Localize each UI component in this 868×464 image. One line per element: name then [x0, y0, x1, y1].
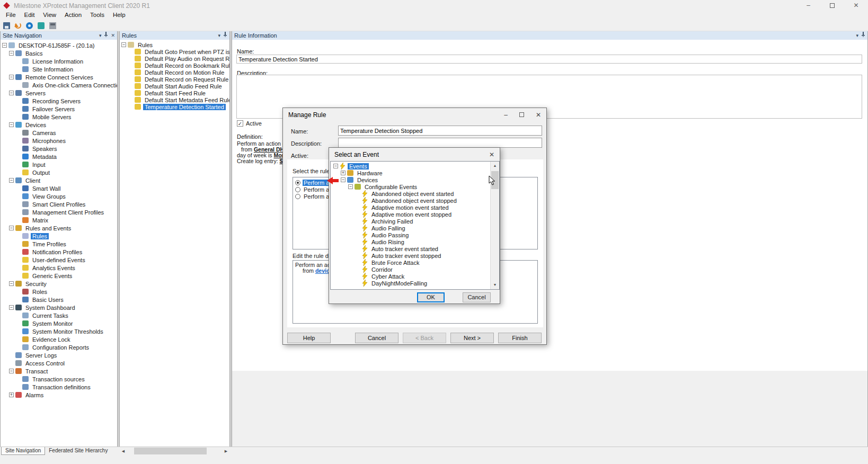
- finish-button[interactable]: Finish: [498, 333, 542, 343]
- tree-item-transaction-definitions[interactable]: Transaction definitions: [1, 383, 117, 391]
- tree-item-corridor[interactable]: Corridor: [331, 266, 490, 273]
- collapse-icon[interactable]: −: [333, 164, 338, 168]
- menu-view[interactable]: View: [39, 11, 60, 20]
- rule-name-input[interactable]: [236, 55, 862, 64]
- collapse-icon[interactable]: −: [2, 43, 7, 48]
- tree-item-default-start-audio-feed-rule[interactable]: Default Start Audio Feed Rule: [120, 83, 229, 90]
- tree-item-cyber-attack[interactable]: Cyber Attack: [331, 273, 490, 280]
- tree-item-remote-connect-services[interactable]: −Remote Connect Services: [1, 73, 117, 81]
- pin-icon[interactable]: [861, 31, 865, 40]
- tree-item-rules[interactable]: Rules: [1, 232, 117, 240]
- tree-item-rules-and-events[interactable]: −Rules and Events: [1, 224, 117, 232]
- tree-item-microphones[interactable]: Microphones: [1, 137, 117, 145]
- tree-item-desktop-61j585f-20-1a[interactable]: −DESKTOP-61J585F - (20.1a): [1, 41, 117, 49]
- scroll-left-button[interactable]: ◀: [119, 447, 127, 455]
- tree-item-devices[interactable]: −Devices: [1, 121, 117, 129]
- chevron-down-icon[interactable]: ▾: [99, 31, 102, 40]
- tree-item-roles[interactable]: Roles: [1, 288, 117, 296]
- tree-item-daynightmodefalling[interactable]: DayNightModeFalling: [331, 280, 490, 287]
- expand-icon[interactable]: +: [341, 171, 346, 175]
- ok-button[interactable]: OK: [417, 292, 445, 302]
- dialog-description-input[interactable]: [338, 138, 542, 148]
- tree-item-current-tasks[interactable]: Current Tasks: [1, 311, 117, 319]
- maximize-button[interactable]: [820, 0, 844, 11]
- tree-item-configuration-reports[interactable]: Configuration Reports: [1, 343, 117, 351]
- chevron-down-icon[interactable]: ▾: [856, 31, 858, 40]
- connection-icon[interactable]: [26, 22, 33, 29]
- tree-item-analytics-events[interactable]: Analytics Events: [1, 264, 117, 272]
- tree-item-speakers[interactable]: Speakers: [1, 145, 117, 153]
- dialog-close-button[interactable]: ✕: [536, 111, 541, 119]
- tree-item-brute-force-attack[interactable]: Brute Force Attack: [331, 259, 490, 266]
- tree-item-output[interactable]: Output: [1, 168, 117, 176]
- collapse-icon[interactable]: −: [9, 305, 14, 310]
- tree-item-license-information[interactable]: License Information: [1, 57, 117, 65]
- collapse-icon[interactable]: −: [9, 226, 14, 230]
- menu-edit[interactable]: Edit: [20, 11, 39, 20]
- tree-item-configurable-events[interactable]: −Configurable Events: [331, 183, 490, 190]
- tree-item-security[interactable]: −Security: [1, 280, 117, 288]
- tree-item-server-logs[interactable]: Server Logs: [1, 351, 117, 359]
- tree-item-abandoned-object-event-stopped[interactable]: Abandoned object event stopped: [331, 197, 490, 204]
- radio-icon[interactable]: [295, 187, 300, 192]
- dialog-close-button[interactable]: ✕: [489, 151, 494, 158]
- collapse-icon[interactable]: −: [341, 177, 346, 182]
- tree-item-audio-falling[interactable]: Audio Falling: [331, 225, 490, 231]
- tree-item-default-start-metadata-feed-rule[interactable]: Default Start Metadata Feed Rule: [120, 96, 229, 103]
- tree-item-alarms[interactable]: +Alarms: [1, 391, 117, 399]
- tree-item-smart-wall[interactable]: Smart Wall: [1, 184, 117, 192]
- collapse-icon[interactable]: −: [9, 122, 14, 127]
- tree-item-basic-users[interactable]: Basic Users: [1, 296, 117, 304]
- collapse-icon[interactable]: −: [9, 178, 14, 183]
- tree-item-time-profiles[interactable]: Time Profiles: [1, 240, 117, 248]
- tree-item-generic-events[interactable]: Generic Events: [1, 272, 117, 280]
- tree-item-access-control[interactable]: Access Control: [1, 359, 117, 367]
- scroll-thumb[interactable]: [134, 448, 207, 454]
- find-icon[interactable]: [49, 22, 56, 29]
- menu-action[interactable]: Action: [60, 11, 86, 20]
- collapse-icon[interactable]: −: [9, 369, 14, 373]
- tree-item-matrix[interactable]: Matrix: [1, 216, 117, 224]
- collapse-icon[interactable]: −: [9, 281, 14, 286]
- tree-item-management-client-profiles[interactable]: Management Client Profiles: [1, 208, 117, 216]
- radio-icon[interactable]: [295, 194, 300, 199]
- tree-item-basics[interactable]: −Basics: [1, 49, 117, 57]
- close-panel-icon[interactable]: ✕: [111, 31, 115, 40]
- dialog-name-input[interactable]: [338, 126, 542, 136]
- tree-item-site-information[interactable]: Site Information: [1, 65, 117, 73]
- collapse-icon[interactable]: −: [9, 75, 14, 79]
- next-button[interactable]: Next >: [450, 333, 494, 343]
- tree-item-mobile-servers[interactable]: Mobile Servers: [1, 113, 117, 121]
- tree-item-audio-rising[interactable]: Audio Rising: [331, 238, 490, 245]
- tree-item-events[interactable]: −Events: [331, 163, 490, 169]
- collapse-icon[interactable]: −: [348, 184, 353, 189]
- tree-item-view-groups[interactable]: View Groups: [1, 192, 117, 200]
- tree-item-auto-tracker-event-started[interactable]: Auto tracker event started: [331, 245, 490, 252]
- tree-item-adaptive-motion-event-stopped[interactable]: Adaptive motion event stopped: [331, 211, 490, 218]
- tree-item-default-start-feed-rule[interactable]: Default Start Feed Rule: [120, 90, 229, 96]
- tree-item-archiving-failed[interactable]: Archiving Failed: [331, 218, 490, 225]
- tree-item-user-defined-events[interactable]: User-defined Events: [1, 256, 117, 264]
- tree-item-system-monitor[interactable]: System Monitor: [1, 319, 117, 327]
- tree-item-axis-one-click-camera-connection[interactable]: Axis One-click Camera Connection: [1, 81, 117, 89]
- tree-item-default-goto-preset-when-ptz-is-don[interactable]: Default Goto Preset when PTZ is don: [120, 48, 229, 55]
- minimize-button[interactable]: –: [796, 0, 820, 11]
- tree-item-metadata[interactable]: Metadata: [1, 153, 117, 160]
- tree-item-evidence-lock[interactable]: Evidence Lock: [1, 335, 117, 343]
- dialog-maximize-button[interactable]: [519, 111, 524, 119]
- tree-item-default-record-on-request-rule[interactable]: Default Record on Request Rule: [120, 76, 229, 83]
- scroll-right-button[interactable]: ▶: [222, 447, 230, 455]
- tree-item-client[interactable]: −Client: [1, 176, 117, 184]
- tab-federated-site-hierarchy[interactable]: Federated Site Hierarchy: [45, 447, 111, 455]
- scroll-up-button[interactable]: ▲: [491, 162, 499, 170]
- pin-icon[interactable]: [223, 31, 227, 40]
- chevron-down-icon[interactable]: ▾: [218, 31, 220, 40]
- radio-icon[interactable]: [295, 180, 300, 185]
- scroll-down-button[interactable]: ▼: [491, 281, 499, 289]
- collapse-icon[interactable]: −: [9, 51, 14, 56]
- active-checkbox-icon[interactable]: ✓: [237, 120, 243, 127]
- tree-item-hardware[interactable]: +Hardware: [331, 169, 490, 176]
- tree-item-failover-servers[interactable]: Failover Servers: [1, 105, 117, 113]
- help-button[interactable]: Help: [287, 333, 331, 343]
- tree-item-temperature-detection-started[interactable]: Temperature Detection Started: [120, 103, 229, 110]
